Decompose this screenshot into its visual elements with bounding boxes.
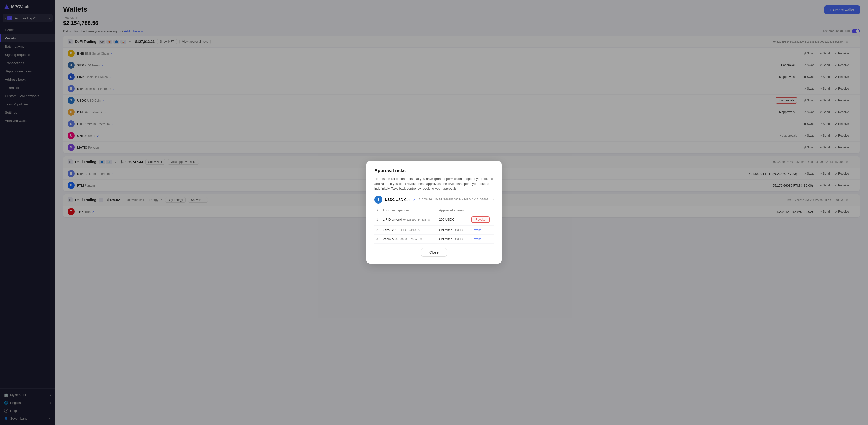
- approval-spender-1: LiFiDiamond 0x1231D..F4EaE ⧉: [381, 214, 437, 226]
- approval-row-1: 1 LiFiDiamond 0x1231D..F4EaE ⧉ 200 USDC …: [374, 214, 494, 226]
- approval-amount-2: Unlimited USDC: [437, 226, 469, 234]
- modal-close-button[interactable]: Close: [421, 248, 447, 257]
- modal-token-name: USDC USD Coin ✓: [385, 198, 415, 202]
- modal-token-info: USDC USD Coin ✓: [385, 198, 415, 202]
- approval-row-3: 3 Permit2 0x00000..78BA3 ⧉ Unlimited USD…: [374, 234, 494, 243]
- approval-num-3: 3: [374, 234, 381, 243]
- approval-action-1: Revoke: [469, 214, 494, 226]
- col-hash: #: [374, 207, 381, 214]
- col-amount: Approved amount: [437, 207, 469, 214]
- approval-num-1: 1: [374, 214, 381, 226]
- approval-amount-3: Unlimited USDC: [437, 234, 469, 243]
- approval-amount-1: 200 USDC: [437, 214, 469, 226]
- modal-title: Approval risks: [374, 168, 494, 173]
- approvals-table: # Approved spender Approved amount 1 LiF…: [374, 207, 494, 244]
- copy-spender-icon-3[interactable]: ⧉: [420, 238, 422, 241]
- copy-spender-icon-2[interactable]: ⧉: [418, 229, 420, 232]
- revoke-link-3[interactable]: Revoke: [471, 237, 482, 241]
- modal-overlay: Approval risks Here is the list of contr…: [0, 0, 868, 425]
- modal-token-icon: $: [374, 196, 382, 204]
- approval-risks-modal: Approval risks Here is the list of contr…: [367, 161, 501, 264]
- modal-description: Here is the list of contracts that you h…: [374, 176, 494, 191]
- modal-token-address: 0x7F5c764cBc14f9669B88837ca1490cCa17c316…: [419, 198, 488, 201]
- approval-action-3: Revoke: [469, 234, 494, 243]
- approval-action-2: Revoke: [469, 226, 494, 234]
- col-action: [469, 207, 494, 214]
- approval-spender-3: Permit2 0x00000..78BA3 ⧉: [381, 234, 437, 243]
- revoke-button-1[interactable]: Revoke: [471, 217, 490, 223]
- revoke-link-2[interactable]: Revoke: [471, 229, 482, 232]
- copy-spender-icon-1[interactable]: ⧉: [428, 218, 430, 221]
- modal-token-header: $ USDC USD Coin ✓ 0x7F5c764cBc14f9669B88…: [374, 196, 494, 204]
- col-spender: Approved spender: [381, 207, 437, 214]
- modal-copy-address-icon[interactable]: ⧉: [492, 198, 494, 201]
- approval-num-2: 2: [374, 226, 381, 234]
- approval-row-2: 2 ZeroEx 0xDEF1A..aC10 ⧉ Unlimited USDC …: [374, 226, 494, 234]
- approval-spender-2: ZeroEx 0xDEF1A..aC10 ⧉: [381, 226, 437, 234]
